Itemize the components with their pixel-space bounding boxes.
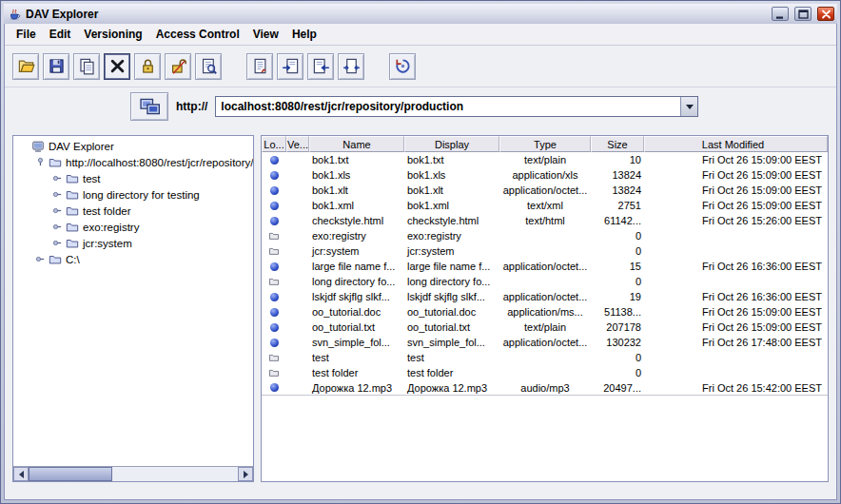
cell-versioned — [286, 320, 309, 335]
doc-magnifier-icon — [200, 57, 218, 75]
unlock-button[interactable] — [165, 53, 191, 80]
cell-lock — [262, 274, 286, 289]
cell-type: audio/mp3 — [499, 380, 591, 395]
version-report-button[interactable] — [246, 53, 273, 80]
column-header-type[interactable]: Type — [499, 136, 591, 152]
tree-node[interactable]: C:\ — [13, 251, 253, 267]
cell-display: checkstyle.html — [404, 213, 499, 228]
table-row[interactable]: svn_simple_fol...svn_simple_fol...applic… — [262, 335, 828, 350]
table-row[interactable]: jcr:systemjcr:system0 — [262, 243, 828, 259]
folder-icon — [268, 276, 280, 287]
cell-type: application/octet... — [499, 183, 591, 198]
tree-toggle-icon[interactable] — [51, 221, 64, 233]
table-row[interactable]: bok1.xmlbok1.xmltext/xml2751Fri Oct 26 1… — [262, 198, 828, 213]
close-button[interactable] — [817, 7, 834, 21]
table-row[interactable]: test foldertest folder0 — [262, 365, 828, 380]
table-row[interactable]: long directory fo...long directory fo...… — [262, 274, 828, 289]
cell-lock — [262, 228, 286, 243]
tree-node[interactable]: test folder — [13, 203, 253, 219]
scroll-right-button[interactable] — [238, 467, 253, 481]
tree-toggle-icon[interactable] — [51, 172, 64, 184]
column-header-last-modified[interactable]: Last Modified — [644, 136, 828, 152]
cell-modified: Fri Oct 26 15:09:00 EEST — [644, 167, 828, 183]
cell-lock — [262, 243, 286, 259]
tree-toggle-icon[interactable] — [51, 188, 64, 201]
cell-name: large file name f... — [309, 259, 404, 274]
open-button[interactable] — [12, 53, 39, 80]
tree-node[interactable]: DAV Explorer — [13, 138, 253, 154]
maximize-button[interactable] — [794, 7, 812, 21]
tree-node[interactable]: long directory for testing — [13, 186, 253, 203]
combo-dropdown-button[interactable] — [680, 97, 697, 116]
scrollbar-thumb[interactable] — [29, 467, 112, 481]
cell-display: lskjdf skjflg slkf... — [404, 289, 499, 304]
table-row[interactable]: bok1.xlsbok1.xlsapplication/xls13824Fri … — [262, 167, 828, 183]
cell-type: application/octet... — [499, 289, 591, 304]
url-input[interactable] — [216, 97, 680, 116]
tree-toggle-icon[interactable] — [34, 253, 47, 265]
table-row[interactable]: bok1.txtbok1.txttext/plain10Fri Oct 26 1… — [262, 152, 828, 167]
menu-versioning[interactable]: Versioning — [77, 26, 148, 43]
cell-modified: Fri Oct 26 15:42:00 EEST — [644, 380, 828, 395]
cell-lock — [262, 213, 286, 228]
view-properties-button[interactable] — [195, 53, 222, 80]
cell-size: 19 — [591, 289, 644, 304]
scroll-left-button[interactable] — [13, 467, 29, 481]
tree-toggle-icon[interactable] — [51, 237, 64, 249]
dav-explorer-window: DAV Explorer FileEditVersioningAccess Co… — [0, 0, 841, 504]
tree-hscrollbar[interactable] — [13, 466, 253, 481]
copy-icon — [78, 57, 96, 75]
connect-button[interactable] — [130, 92, 168, 121]
cell-modified — [644, 274, 828, 289]
refresh-button[interactable] — [389, 53, 416, 80]
checkout-button[interactable] — [277, 53, 303, 80]
table-row[interactable]: bok1.xltbok1.xltapplication/octet...1382… — [262, 183, 828, 198]
tree-node[interactable]: jcr:system — [13, 235, 253, 251]
tree-node[interactable]: exo:registry — [13, 219, 253, 235]
title-bar[interactable]: DAV Explorer — [4, 4, 837, 24]
cell-name: test — [309, 350, 404, 365]
table-row[interactable]: exo:registryexo:registry0 — [262, 228, 828, 243]
delete-button[interactable] — [104, 53, 130, 80]
save-button[interactable] — [43, 53, 69, 80]
menu-file[interactable]: File — [10, 26, 43, 43]
window-title: DAV Explorer — [26, 8, 98, 21]
checkin-button[interactable] — [338, 53, 364, 80]
cell-name: bok1.xls — [309, 167, 404, 183]
split-divider[interactable] — [254, 135, 261, 482]
cell-modified — [644, 228, 828, 243]
column-header-display[interactable]: Display — [404, 136, 499, 152]
menu-view[interactable]: View — [246, 26, 285, 43]
folder-icon — [268, 352, 280, 363]
tree-node[interactable]: http://localhost:8080/rest/jcr/repositor… — [13, 154, 253, 170]
menu-help[interactable]: Help — [285, 26, 323, 43]
minimize-button[interactable] — [772, 7, 789, 21]
scrollbar-track[interactable] — [29, 467, 238, 481]
table-row[interactable]: checkstyle.htmlcheckstyle.htmltext/html6… — [262, 213, 828, 228]
menu-edit[interactable]: Edit — [43, 26, 78, 43]
uncheckout-button[interactable] — [307, 53, 334, 80]
table-row[interactable]: testtest0 — [262, 350, 828, 365]
cell-lock — [262, 304, 286, 320]
cell-display: Дорожка 12.mp3 — [404, 380, 499, 395]
tree-toggle-icon[interactable] — [34, 156, 47, 168]
column-header-lock[interactable]: Lo... — [262, 136, 286, 152]
cell-versioned — [286, 167, 309, 183]
menu-access-control[interactable]: Access Control — [149, 26, 246, 43]
cell-modified: Fri Oct 26 15:09:00 EEST — [644, 152, 828, 167]
column-header-versioned[interactable]: Ve... — [286, 136, 309, 152]
table-row[interactable]: oo_tutorial.docoo_tutorial.docapplicatio… — [262, 304, 828, 320]
tree-node[interactable]: test — [13, 170, 253, 186]
table-row[interactable]: large file name f...large file name f...… — [262, 259, 828, 274]
cell-size: 51138... — [591, 304, 644, 320]
tree-toggle-icon[interactable] — [51, 204, 64, 217]
table-row[interactable]: Дорожка 12.mp3Дорожка 12.mp3audio/mp3204… — [262, 380, 828, 396]
file-icon — [270, 171, 279, 180]
copy-button[interactable] — [73, 53, 100, 80]
table-row[interactable]: oo_tutorial.txtoo_tutorial.txttext/plain… — [262, 320, 828, 335]
column-header-name[interactable]: Name — [309, 136, 404, 152]
column-header-size[interactable]: Size — [591, 136, 644, 152]
table-row[interactable]: lskjdf skjflg slkf...lskjdf skjflg slkf.… — [262, 289, 828, 304]
cell-size: 2751 — [591, 198, 644, 213]
lock-button[interactable] — [134, 53, 161, 80]
